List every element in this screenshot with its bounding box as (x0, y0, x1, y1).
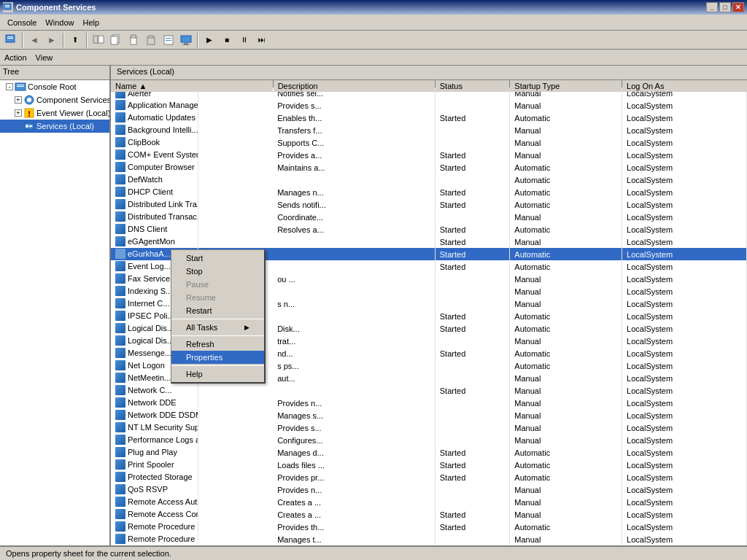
context-menu-item-restart[interactable]: Restart (171, 304, 264, 317)
expand-icon-ev[interactable]: + (15, 109, 22, 117)
service-startup: Manual (510, 409, 622, 421)
paste-btn[interactable] (125, 33, 142, 47)
col-name[interactable]: Name ▲ (111, 80, 273, 93)
view-menu[interactable]: View (36, 53, 53, 62)
service-logon: LocalSystem (622, 211, 747, 223)
table-row[interactable]: Print SpoolerLoads files ...StartedAutom… (111, 459, 747, 471)
table-row[interactable]: Protected StorageProvides pr...StartedAu… (111, 471, 747, 483)
context-menu-item-stop[interactable]: Stop (171, 265, 264, 278)
delete-btn[interactable] (143, 33, 159, 47)
expand-icon-svc[interactable] (15, 122, 22, 130)
col-logon[interactable]: Log On As (622, 80, 747, 93)
service-startup: Automatic (510, 459, 622, 471)
table-row[interactable]: Distributed Transac...Coordinate...Manua… (111, 211, 747, 223)
svg-rect-26 (28, 111, 30, 114)
toolbar-icon-btn[interactable] (3, 33, 19, 47)
service-status (435, 421, 510, 434)
col-status[interactable]: Status (435, 80, 510, 93)
context-menu-item-properties[interactable]: Properties (171, 351, 264, 364)
table-row[interactable]: Remote Procedure ...Provides th...Starte… (111, 521, 747, 533)
service-status: Started (435, 248, 510, 260)
service-icon (115, 273, 125, 284)
service-startup: Manual (510, 149, 622, 161)
tree-item-component-services[interactable]: + Component Services (0, 93, 109, 106)
service-startup: Manual (510, 508, 622, 521)
service-icon (115, 497, 125, 507)
service-startup: Automatic (510, 322, 622, 335)
back-button[interactable]: ◄ (26, 33, 42, 47)
context-menu-item-all-tasks[interactable]: All Tasks▶ (171, 321, 264, 334)
tree-item-services-local[interactable]: Services (Local) (0, 120, 109, 133)
table-row[interactable]: NT LM Security Sup...Provides s...Manual… (111, 421, 747, 434)
table-row[interactable]: Network C...StartedManualLocalSystem (111, 384, 747, 397)
service-startup: Manual (510, 372, 622, 384)
context-menu-item-resume: Resume (171, 291, 264, 304)
play-btn[interactable]: ▶ (201, 33, 217, 47)
menu-console[interactable]: Console (3, 17, 41, 28)
minimize-button[interactable]: _ (706, 2, 718, 12)
computer-btn[interactable] (178, 33, 194, 47)
forward-button[interactable]: ► (44, 33, 60, 47)
tree-item-console-root[interactable]: - Console Root (0, 80, 109, 93)
close-button[interactable]: ✕ (732, 2, 744, 12)
table-row[interactable]: DHCP ClientManages n...StartedAutomaticL… (111, 186, 747, 198)
col-startup[interactable]: Startup Type (510, 80, 622, 93)
service-logon: LocalSystem (622, 124, 747, 136)
table-row[interactable]: ClipBookSupports C...ManualLocalSystem (111, 136, 747, 149)
service-desc: Loads files ... (273, 459, 435, 471)
service-status (435, 99, 510, 112)
up-button[interactable]: ⬆ (67, 33, 83, 47)
table-row[interactable]: Computer BrowserMaintains a...StartedAut… (111, 161, 747, 174)
action-menu[interactable]: Action (4, 53, 27, 62)
copy-btn[interactable] (108, 33, 124, 47)
service-startup: Automatic (510, 174, 622, 186)
service-icon (115, 286, 125, 296)
context-menu-label: Pause (186, 280, 209, 289)
table-row[interactable]: Distributed Link Tra...Sends notifi...St… (111, 198, 747, 211)
context-menu-item-start[interactable]: Start (171, 252, 264, 265)
menu-help[interactable]: Help (78, 17, 104, 28)
table-row[interactable]: Automatic UpdatesEnables th...StartedAut… (111, 112, 747, 124)
service-icon (115, 397, 125, 408)
service-icon (115, 335, 125, 346)
table-row[interactable]: Background Intelli...Transfers f...Manua… (111, 124, 747, 136)
expand-icon[interactable]: - (6, 83, 13, 90)
expand-icon-comp[interactable]: + (15, 96, 22, 104)
table-row[interactable]: Plug and PlayManages d...StartedAutomati… (111, 446, 747, 459)
service-name: DNS Client (128, 225, 167, 233)
svg-rect-18 (184, 43, 188, 44)
col-desc[interactable]: Description (273, 80, 435, 93)
service-name: Remote Procedure ... (128, 522, 198, 531)
service-icon (115, 298, 125, 308)
restore-button[interactable]: □ (719, 2, 731, 12)
service-startup: Manual (510, 384, 622, 397)
service-startup: Manual (510, 298, 622, 310)
context-menu-item-refresh[interactable]: Refresh (171, 338, 264, 351)
restart-btn[interactable]: ⏭ (254, 33, 270, 47)
table-row[interactable]: DefWatchAutomaticLocalSystem (111, 174, 747, 186)
svg-rect-1 (5, 5, 9, 6)
table-row[interactable]: Application Manage...Provides s...Manual… (111, 99, 747, 112)
table-row[interactable]: Network DDEProvides n...ManualLocalSyste… (111, 397, 747, 409)
show-hide-btn[interactable] (90, 33, 107, 47)
table-row[interactable]: Performance Logs a...Configures...Manual… (111, 434, 747, 446)
table-row[interactable]: Remote Access Aut...Creates a ...ManualL… (111, 496, 747, 508)
table-row[interactable]: Network DDE DSDMManages s...ManualLocalS… (111, 409, 747, 421)
pause-btn[interactable]: ⏸ (236, 33, 252, 47)
properties-btn[interactable] (160, 33, 177, 47)
table-row[interactable]: Remote Procedure ...Manages t...ManualLo… (111, 533, 747, 545)
service-desc: Sends notifi... (273, 198, 435, 211)
console-root-icon (15, 81, 26, 93)
table-row[interactable]: COM+ Event SystemProvides a...StartedMan… (111, 149, 747, 161)
tree-item-event-viewer[interactable]: + Event Viewer (Local) (0, 106, 109, 120)
menu-window[interactable]: Window (41, 17, 78, 28)
context-menu-item-help[interactable]: Help (171, 368, 264, 381)
event-viewer-icon (23, 107, 35, 119)
table-row[interactable]: eGAgentMonStartedManualLocalSystem (111, 236, 747, 248)
table-row[interactable]: Remote Access Con...Creates a ...Started… (111, 508, 747, 521)
table-row[interactable]: QoS RSVPProvides n...ManualLocalSystem (111, 483, 747, 496)
service-logon: LocalSystem (622, 471, 747, 483)
service-name: COM+ Event System (128, 150, 198, 159)
table-row[interactable]: DNS ClientResolves a...StartedAutomaticL… (111, 223, 747, 236)
stop-btn[interactable]: ■ (219, 33, 235, 47)
